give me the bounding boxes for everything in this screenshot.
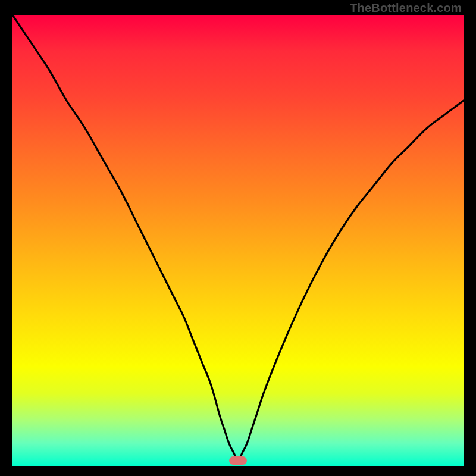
chart-frame: TheBottleneck.com <box>0 0 476 476</box>
minimum-marker <box>229 456 247 465</box>
watermark-text: TheBottleneck.com <box>350 1 462 15</box>
bottleneck-curve <box>12 15 464 466</box>
plot-area <box>12 15 464 466</box>
